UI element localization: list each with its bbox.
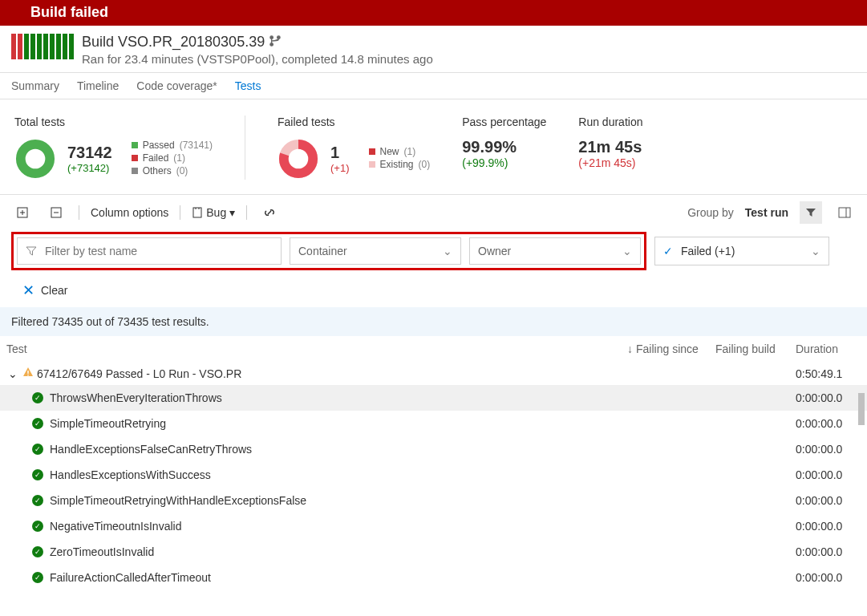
failed-tests-delta: (+1) xyxy=(330,162,349,174)
total-tests-value: 73142 xyxy=(67,144,112,162)
bug-dropdown[interactable]: Bug ▾ xyxy=(192,206,235,219)
test-duration: 0:00:00.0 xyxy=(796,571,856,584)
pass-icon: ✓ xyxy=(32,572,43,583)
test-row[interactable]: ✓FailureActionCalledAfterTimeout0:00:00.… xyxy=(0,565,867,590)
failed-tests-value: 1 xyxy=(330,144,349,162)
chevron-down-icon: ▾ xyxy=(229,206,235,219)
clear-filters-button[interactable]: ✕ Clear xyxy=(0,274,867,307)
total-tests-donut xyxy=(14,138,56,180)
legend-passed: Passed xyxy=(143,140,175,151)
build-subtitle: Ran for 23.4 minutes (VSTSP0Pool), compl… xyxy=(82,52,433,66)
test-row[interactable]: ✓NegativeTimeoutnIsInvalid0:00:00.0 xyxy=(0,513,867,539)
test-duration: 0:00:00.0 xyxy=(796,443,856,456)
pass-icon: ✓ xyxy=(32,469,43,480)
owner-select[interactable]: Owner ⌄ xyxy=(469,237,641,265)
groupby-label: Group by xyxy=(687,206,734,219)
col-failing-build[interactable]: Failing build xyxy=(715,342,796,355)
col-test[interactable]: Test xyxy=(6,342,627,355)
test-name: ZeroTimeoutIsInvalid xyxy=(50,545,154,558)
col-failing-since[interactable]: ↓ Failing since xyxy=(627,342,715,355)
filter-icon[interactable] xyxy=(800,201,822,224)
legend-failed: Failed xyxy=(143,152,169,164)
test-row[interactable]: ✓SimpleTimeoutRetrying0:00:00.0 xyxy=(0,411,867,436)
pass-icon: ✓ xyxy=(32,495,43,506)
chevron-down-icon: ⌄ xyxy=(811,245,820,257)
titlebar: Build failed xyxy=(0,0,867,26)
test-name: SimpleTimeoutRetryingWithHandleException… xyxy=(50,494,306,507)
test-duration: 0:00:00.0 xyxy=(796,545,856,558)
tab-code-coverage[interactable]: Code coverage* xyxy=(136,79,217,92)
test-duration: 0:00:00.0 xyxy=(796,417,856,430)
test-name: HandlesExceptionsWithSuccess xyxy=(50,468,211,481)
pass-icon: ✓ xyxy=(32,444,43,455)
test-duration: 0:00:00.0 xyxy=(796,391,856,404)
close-icon: ✕ xyxy=(22,282,34,299)
pass-icon: ✓ xyxy=(32,521,43,532)
chevron-down-icon: ⌄ xyxy=(443,245,452,257)
filter-highlight-box: Container ⌄ Owner ⌄ xyxy=(11,232,646,270)
test-name: NegativeTimeoutnIsInvalid xyxy=(50,520,181,533)
link-icon[interactable] xyxy=(258,201,281,224)
filter-name-input-wrap[interactable] xyxy=(17,237,282,265)
chevron-down-icon: ⌄ xyxy=(622,245,632,257)
legend-new: New xyxy=(380,146,399,157)
toolbar: Column options Bug ▾ Group by Test run xyxy=(0,195,867,230)
test-name: SimpleTimeoutRetrying xyxy=(50,417,166,430)
branch-icon xyxy=(269,35,281,49)
column-headers: Test ↓ Failing since Failing build Durat… xyxy=(0,336,867,362)
group-duration: 0:50:49.1 xyxy=(796,367,856,380)
svg-rect-11 xyxy=(27,371,28,374)
build-history-bars xyxy=(11,34,74,59)
test-row[interactable]: ✓ThrowsWhenEveryIterationThrows0:00:00.0 xyxy=(0,385,867,411)
filter-banner: Filtered 73435 out of 73435 test results… xyxy=(0,307,867,336)
failed-tests-donut xyxy=(278,138,319,180)
test-name: FailureActionCalledAfterTimeout xyxy=(50,571,211,584)
tabs: Summary Timeline Code coverage* Tests xyxy=(0,73,867,99)
check-icon: ✓ xyxy=(663,245,673,257)
test-row[interactable]: ✓ZeroTimeoutIsInvalid0:00:00.0 xyxy=(0,539,867,565)
outcome-select[interactable]: ✓ Failed (+1) ⌄ xyxy=(654,237,829,265)
total-tests-title: Total tests xyxy=(14,116,213,128)
pass-pct-delta: (+99.9%) xyxy=(462,156,546,169)
arrow-down-icon: ↓ xyxy=(627,342,633,355)
build-title: Build VSO.PR_20180305.39 xyxy=(82,34,265,51)
tab-summary[interactable]: Summary xyxy=(11,79,59,92)
duration-delta: (+21m 45s) xyxy=(578,156,642,169)
build-header: Build VSO.PR_20180305.39 Ran for 23.4 mi… xyxy=(0,26,867,73)
duration-value: 21m 45s xyxy=(578,138,642,156)
groupby-value[interactable]: Test run xyxy=(745,206,788,219)
tab-timeline[interactable]: Timeline xyxy=(77,79,119,92)
container-select[interactable]: Container ⌄ xyxy=(290,237,461,265)
test-group-row[interactable]: ⌄ 67412/67649 Passed - L0 Run - VSO.PR 0… xyxy=(0,362,867,385)
test-row[interactable]: ✓HandleExceptionsFalseCanRetryThrows0:00… xyxy=(0,436,867,462)
test-name: HandleExceptionsFalseCanRetryThrows xyxy=(50,443,252,456)
column-options-button[interactable]: Column options xyxy=(91,206,168,219)
svg-point-0 xyxy=(21,144,50,173)
test-duration: 0:00:00.0 xyxy=(796,468,856,481)
col-duration[interactable]: Duration xyxy=(796,342,856,355)
chevron-down-icon: ⌄ xyxy=(8,367,19,380)
svg-rect-9 xyxy=(839,208,850,217)
total-tests-delta: (+73142) xyxy=(67,162,112,174)
scrollbar-thumb[interactable] xyxy=(858,393,865,425)
collapse-all-icon[interactable] xyxy=(45,201,67,224)
group-label: 67412/67649 Passed - L0 Run - VSO.PR xyxy=(37,367,241,380)
duration-title: Run duration xyxy=(578,116,642,128)
legend-existing: Existing xyxy=(380,159,414,170)
filter-name-input[interactable] xyxy=(45,245,273,257)
bug-icon xyxy=(192,207,203,218)
failed-tests-title: Failed tests xyxy=(278,116,430,128)
pass-pct-value: 99.99% xyxy=(462,138,546,156)
pass-icon: ✓ xyxy=(32,546,43,557)
test-duration: 0:00:00.0 xyxy=(796,520,856,533)
tab-tests[interactable]: Tests xyxy=(235,79,261,92)
expand-all-icon[interactable] xyxy=(11,201,34,224)
legend-others: Others xyxy=(143,165,172,176)
funnel-icon xyxy=(26,245,37,257)
test-row[interactable]: ✓SimpleTimeoutRetryingWithHandleExceptio… xyxy=(0,488,867,513)
pass-icon: ✓ xyxy=(32,392,43,403)
test-row[interactable]: ✓HandlesExceptionsWithSuccess0:00:00.0 xyxy=(0,462,867,488)
svg-rect-8 xyxy=(193,208,201,217)
panel-icon[interactable] xyxy=(833,201,856,224)
test-name: ThrowsWhenEveryIterationThrows xyxy=(50,391,222,404)
